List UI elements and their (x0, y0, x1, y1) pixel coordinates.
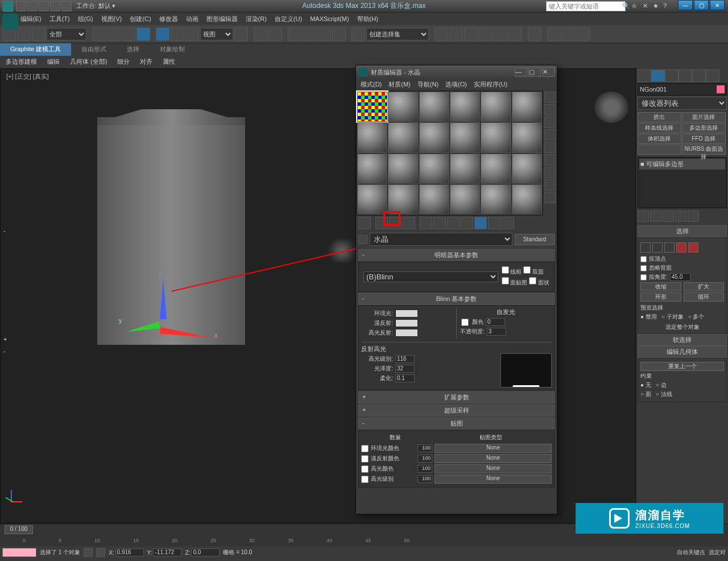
slot-11[interactable] (481, 122, 511, 152)
rad-none[interactable]: ● 无 (640, 381, 651, 389)
material-name-field[interactable]: 水晶 (370, 233, 512, 246)
selection-filter[interactable]: 全部 (47, 28, 86, 40)
btn-ffdsel[interactable]: FFD 选择 (682, 134, 726, 144)
search-icon[interactable]: 🔍 (622, 2, 630, 10)
shader-select[interactable]: (B)Blinn (363, 271, 498, 282)
stack-show-icon[interactable] (650, 211, 661, 222)
menu-views[interactable]: 视图(V) (101, 15, 122, 23)
rollout-shader[interactable]: -明暗器基本参数 (358, 249, 555, 261)
ribbon-sub-align[interactable]: 对齐 (136, 56, 156, 68)
so-edge-icon[interactable] (652, 242, 663, 253)
tab-utilities-icon[interactable] (706, 69, 719, 82)
btn-repeat[interactable]: 重复上一个 (640, 362, 724, 371)
help-icon[interactable]: ? (663, 2, 671, 10)
so-element-icon[interactable] (688, 242, 698, 253)
move-icon[interactable] (156, 27, 169, 41)
tab-hierarchy-icon[interactable] (665, 69, 679, 82)
map-amt-2[interactable]: 100 (417, 465, 432, 473)
maximize-button[interactable]: ▢ (694, 0, 709, 10)
unlink-icon[interactable] (17, 27, 31, 41)
render-icon[interactable] (577, 27, 590, 41)
close-button[interactable]: ✕ (710, 0, 725, 10)
menu-rendering[interactable]: 渲染(R) (246, 15, 267, 23)
workspace-dropdown-icon[interactable]: ▾ (112, 2, 115, 10)
specular-swatch[interactable] (395, 329, 418, 337)
material-id-icon[interactable] (433, 217, 446, 229)
render-frame-icon[interactable] (562, 27, 576, 41)
mirror-icon[interactable] (435, 27, 448, 41)
window-crossing-icon[interactable] (136, 27, 150, 41)
map-btn-2[interactable]: None (435, 464, 552, 473)
slot-3[interactable] (419, 92, 449, 122)
rotate-icon[interactable] (171, 27, 184, 41)
lock-icon[interactable] (84, 548, 93, 557)
render-setup-icon[interactable] (547, 27, 561, 41)
ribbon-sub-subd[interactable]: 细分 (114, 56, 133, 68)
modifier-list[interactable]: 修改器列表 (638, 97, 727, 110)
angle-spinner[interactable]: 45.0 (670, 273, 690, 281)
map-nav-icon[interactable] (544, 192, 556, 203)
layers-icon[interactable] (464, 27, 478, 41)
btn-volsel[interactable]: 体积选择 (638, 134, 681, 144)
align-icon[interactable] (449, 27, 463, 41)
ribbon-icon[interactable] (479, 27, 493, 41)
btn-polysel[interactable]: 多边形选择 (682, 123, 726, 133)
rollout-supersample[interactable]: +超级采样 (358, 405, 555, 416)
me-menu-options[interactable]: 选项(O) (445, 80, 467, 89)
select-region-icon[interactable] (122, 27, 135, 41)
opacity-spinner[interactable]: 3 (487, 328, 506, 336)
map-chk-1[interactable] (361, 455, 369, 463)
rollout-extended[interactable]: +扩展参数 (358, 391, 555, 403)
save-icon[interactable] (39, 1, 49, 11)
map-chk-0[interactable] (361, 445, 369, 452)
chk-facemap[interactable] (502, 277, 509, 284)
select-by-mat-icon[interactable] (544, 179, 556, 191)
go-sibling-icon[interactable] (488, 217, 500, 229)
rad-face[interactable]: ○ 面 (640, 390, 651, 398)
help-search-input[interactable] (546, 1, 626, 11)
favorites-icon[interactable]: ★ (653, 2, 661, 10)
object-color-swatch[interactable] (717, 85, 725, 93)
viewport-label[interactable]: [+] [正交] [真实] (6, 72, 49, 81)
named-sel-icon[interactable] (351, 27, 365, 41)
slot-9[interactable] (419, 122, 449, 152)
autokey-button[interactable]: 自动关键点 (677, 548, 705, 556)
viewcube[interactable] (594, 92, 628, 123)
angle-snap-icon[interactable] (303, 27, 316, 41)
slot-20[interactable] (388, 184, 418, 214)
ngon-object[interactable] (97, 117, 245, 345)
sample-uv-icon[interactable] (544, 129, 556, 141)
tab-create-icon[interactable] (638, 69, 651, 82)
named-sel-set[interactable]: 创建选择集 (366, 28, 429, 40)
selfillum-spinner[interactable]: 0 (486, 318, 505, 326)
scale-icon[interactable] (185, 27, 199, 41)
me-maximize-button[interactable]: ▢ (528, 68, 541, 77)
backlight-icon[interactable] (544, 104, 556, 116)
material-slots[interactable] (356, 90, 543, 216)
chk-selfcolor[interactable] (461, 319, 469, 326)
gloss-spinner[interactable]: 32 (395, 365, 415, 373)
rad-edge[interactable]: ○ 边 (656, 381, 667, 389)
map-btn-0[interactable]: None (435, 444, 552, 453)
bind-icon[interactable] (32, 27, 46, 41)
selset-display[interactable]: 选定对 (709, 548, 726, 556)
open-icon[interactable] (27, 1, 38, 11)
rollout-selection[interactable]: -选择 (638, 225, 727, 237)
speclevel-spinner[interactable]: 116 (395, 355, 415, 363)
btn-grow[interactable]: 扩大 (684, 282, 725, 291)
rad-disable[interactable]: ● 禁用 (640, 313, 657, 321)
material-editor-window[interactable]: 材质编辑器 - 水晶 — ▢ ✕ 模式(D) 材质(M) 导航(N) 选项(O)… (355, 65, 557, 514)
slot-18[interactable] (512, 154, 542, 184)
so-poly-icon[interactable] (676, 242, 686, 253)
ribbon-tab-modeling[interactable]: Graphite 建模工具 (0, 43, 71, 56)
slot-14[interactable] (388, 154, 418, 184)
time-slider[interactable]: 0 / 100 (5, 525, 33, 534)
rollout-maps[interactable]: -贴图 (358, 418, 555, 430)
slot-12[interactable] (512, 122, 542, 152)
coord-y[interactable]: -11.172 (153, 548, 181, 556)
btn-loop[interactable]: 循环 (684, 292, 725, 302)
chk-byangle[interactable] (640, 274, 647, 280)
ribbon-tab-selection[interactable]: 选择 (117, 43, 150, 56)
stack-remove-icon[interactable] (675, 211, 686, 222)
btn-blank[interactable] (638, 145, 681, 155)
